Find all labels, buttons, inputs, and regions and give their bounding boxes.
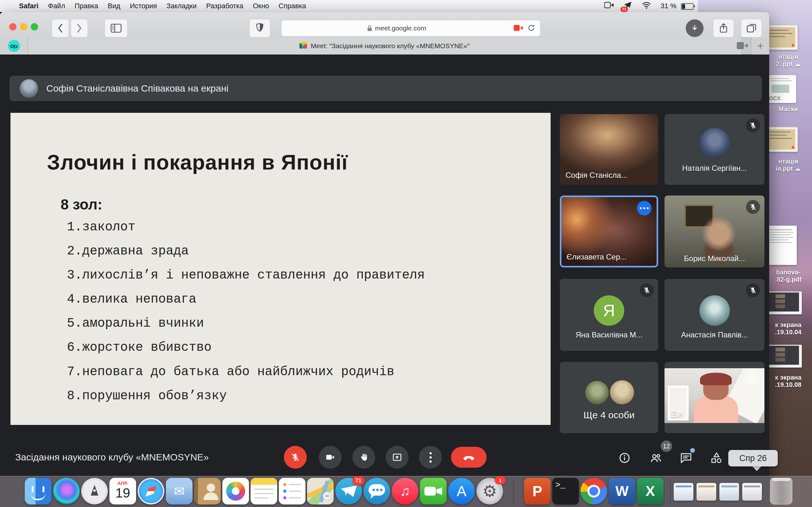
menu-help[interactable]: Справка <box>274 2 310 10</box>
menu-window[interactable]: Окно <box>248 2 274 10</box>
participant-tile-anastasiia[interactable]: Анастасія Павлів... <box>664 279 764 351</box>
wifi-icon[interactable] <box>637 1 656 11</box>
desktop-file-docx[interactable]: OCX <box>767 75 796 103</box>
dock-reminders[interactable] <box>279 478 305 504</box>
screen-record-camera-icon[interactable] <box>600 1 618 11</box>
dock-contacts[interactable] <box>194 478 221 504</box>
meeting-details-button[interactable] <box>618 451 631 465</box>
dock-messages[interactable] <box>363 478 390 504</box>
tab-meet[interactable]: Meet: "Засідання наукового клубу «MNEMOS… <box>28 38 741 55</box>
mic-muted-icon <box>746 118 760 132</box>
dock-facetime[interactable] <box>420 478 447 504</box>
desktop-file-presentation-2ppt[interactable] <box>765 25 798 50</box>
desktop-file-label[interactable]: к экрана .19.10.08 <box>764 374 812 389</box>
close-window-button[interactable] <box>9 23 16 31</box>
dock-minimized-window-4[interactable] <box>742 483 762 501</box>
dock-telegram[interactable]: 71 <box>335 478 362 504</box>
dock-minimized-window-2[interactable] <box>697 483 716 501</box>
menu-bookmarks[interactable]: Закладки <box>162 2 201 10</box>
dock-mail[interactable]: ✉ <box>166 478 193 504</box>
dock-appstore[interactable]: A <box>448 478 475 504</box>
address-bar[interactable]: meet.google.com <box>281 20 541 37</box>
dock-safari[interactable] <box>138 478 164 504</box>
call-end-icon <box>463 451 475 463</box>
menu-view[interactable]: Вид <box>103 2 125 10</box>
desktop-file-pdf[interactable] <box>766 226 797 265</box>
raise-hand-button[interactable] <box>352 446 375 469</box>
forward-button[interactable] <box>71 19 88 38</box>
dock-trash[interactable] <box>770 478 794 504</box>
battery-status[interactable]: 31 % <box>656 2 699 10</box>
privacy-shield-button[interactable] <box>249 19 270 38</box>
dock-system-preferences[interactable]: ⚙ 1 <box>476 478 503 504</box>
desktop-file-label[interactable]: Маски <box>764 106 812 113</box>
participant-initial-avatar: Я <box>594 295 624 326</box>
tab-bar: O|x Meet: "Засідання наукового клубу «MN… <box>0 38 769 55</box>
dock-word[interactable]: W <box>609 478 635 504</box>
menu-develop[interactable]: Разработка <box>201 2 248 10</box>
dock-minimized-window-3[interactable] <box>719 483 739 501</box>
menu-history[interactable]: История <box>125 2 161 10</box>
desktop-file-screenshot-2[interactable] <box>767 345 802 368</box>
dock-excel[interactable]: X <box>637 478 664 504</box>
dock-photos[interactable] <box>222 478 249 504</box>
desktop-file-label[interactable]: banova- .82-g.pdf <box>764 269 812 283</box>
maximize-window-button[interactable] <box>31 23 38 31</box>
dock-minimized-window-1[interactable] <box>674 483 693 501</box>
more-participants-tile[interactable]: Ще 4 особи <box>560 362 658 433</box>
dock-maps[interactable]: 3D <box>307 478 334 504</box>
slide-list-item: 4.велика неповага <box>67 292 196 306</box>
dock-terminal[interactable]: >_ <box>552 478 579 504</box>
music-note-icon: ♫ <box>392 478 418 504</box>
reload-icon[interactable] <box>527 23 536 34</box>
back-button[interactable] <box>52 19 69 38</box>
dock-notes[interactable] <box>251 478 277 504</box>
dock-calendar[interactable]: АПР. 19 <box>109 478 136 504</box>
tab-camera-indicator-icon <box>737 41 748 52</box>
share-button[interactable] <box>713 19 734 38</box>
new-tab-button[interactable] <box>751 38 769 55</box>
participant-tile-borys[interactable]: Борис Миколай... <box>664 195 764 268</box>
participant-tile-sofiia[interactable]: Софія Станісла... <box>560 114 658 185</box>
tile-options-button[interactable] <box>637 201 652 216</box>
present-screen-button[interactable] <box>386 446 409 469</box>
dock-chrome[interactable] <box>580 478 607 504</box>
leave-call-button[interactable] <box>451 447 487 468</box>
desktop-file-label[interactable]: нтація ія.ppt ☁ <box>764 158 812 172</box>
slide-list-item: 2.державна зрада <box>67 244 189 258</box>
slide-list-item: 5.аморальні вчинки <box>67 316 204 331</box>
chat-button[interactable] <box>679 451 693 465</box>
telegram-status-icon[interactable]: 71 <box>618 1 637 11</box>
desktop-file-label[interactable]: нтація 2 .ppt ☁ <box>764 53 812 68</box>
mic-muted-icon <box>640 283 654 297</box>
participant-tile-yana[interactable]: Я Яна Василівна М... <box>560 279 658 351</box>
tab-overview-button[interactable] <box>741 19 762 38</box>
dock-powerpoint[interactable]: P <box>524 478 551 504</box>
camera-toggle-button[interactable] <box>319 446 342 469</box>
menu-file[interactable]: Файл <box>43 2 70 10</box>
activities-button[interactable] <box>710 451 723 465</box>
dock-music[interactable]: ♫ <box>392 478 418 504</box>
participant-tile-nataliia[interactable]: Наталія Сергіївн... <box>664 114 764 185</box>
downloads-button[interactable] <box>686 19 704 37</box>
participant-tile-yelyzaveta-active[interactable]: Єлизавета Сер... <box>560 195 658 268</box>
dock-finder[interactable] <box>25 478 51 504</box>
participants-count-badge: 12 <box>661 441 672 452</box>
dock-siri[interactable] <box>53 478 80 504</box>
menu-edit[interactable]: Правка <box>70 2 103 10</box>
slide-list-item: 1.заколот <box>67 220 136 234</box>
desktop-file-label[interactable]: к экрана .19.10.04 <box>764 321 812 336</box>
dock-launchpad[interactable] <box>81 478 108 504</box>
self-view-tile[interactable]: Ви <box>664 362 764 433</box>
camera-active-icon[interactable] <box>513 24 523 33</box>
sidebar-toggle-button[interactable] <box>105 19 128 38</box>
menu-app-name[interactable]: Safari <box>14 2 43 10</box>
mic-toggle-button[interactable] <box>284 446 307 469</box>
pinned-tab-olx[interactable]: O|x <box>0 38 28 55</box>
more-options-button[interactable] <box>419 446 442 469</box>
participants-button[interactable] <box>649 451 663 465</box>
browser-toolbar: meet.google.com <box>0 12 769 38</box>
desktop-file-presentation-ppt[interactable] <box>765 127 798 152</box>
minimize-window-button[interactable] <box>20 23 27 31</box>
desktop-file-screenshot-1[interactable] <box>767 291 802 314</box>
